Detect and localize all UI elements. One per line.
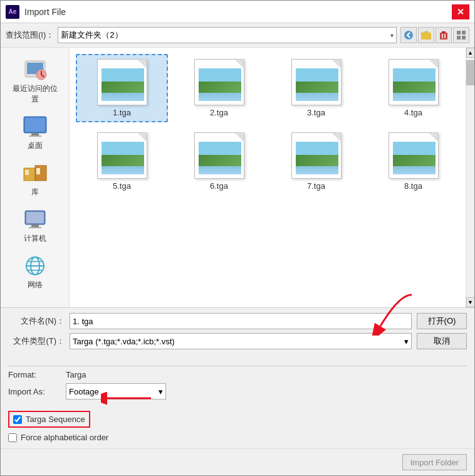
svg-rect-15 xyxy=(29,135,41,137)
filename-label: 文件名(N)： xyxy=(8,315,65,327)
file-label-8: 8.tga xyxy=(404,181,422,191)
dialog-title: Import File xyxy=(24,7,66,17)
file-grid: 1.tga 2.tga xyxy=(70,48,466,202)
desktop-icon xyxy=(21,115,49,139)
checkbox-section: Targa Sequence Force alphabetical order xyxy=(1,407,474,448)
network-icon xyxy=(21,254,49,278)
filetype-combo[interactable]: Targa (*.tga;*.vda;*.icb;*.vst) ▾ xyxy=(70,333,412,349)
file-icon-6 xyxy=(194,132,244,179)
sidebar-item-recent[interactable]: 最近访问的位置 xyxy=(7,54,63,108)
toolbar-label: 查找范围(I)： xyxy=(6,29,54,41)
scroll-track[interactable] xyxy=(466,58,474,297)
svg-rect-21 xyxy=(26,212,44,223)
vertical-scrollbar[interactable]: ▲ ▼ xyxy=(466,48,474,307)
file-icon-7 xyxy=(291,132,342,179)
force-alpha-row: Force alphabetical order xyxy=(8,433,467,442)
scroll-up-btn[interactable]: ▲ xyxy=(466,48,475,58)
sidebar-item-network[interactable]: 网络 xyxy=(7,250,63,294)
sidebar-item-computer[interactable]: 计算机 xyxy=(7,204,63,248)
scroll-thumb[interactable] xyxy=(466,60,474,85)
format-section: Format: Targa Import As: Footage ▾ xyxy=(1,358,474,407)
sidebar-item-network-label: 网络 xyxy=(28,280,43,290)
sidebar-item-library[interactable]: 库 xyxy=(7,157,63,201)
sidebar-item-computer-label: 计算机 xyxy=(24,233,46,244)
file-item-5[interactable]: 5.tga xyxy=(76,127,168,196)
import-as-arrow: ▾ xyxy=(159,387,163,396)
view-icon[interactable] xyxy=(453,27,469,43)
format-row: Format: Targa xyxy=(8,370,467,379)
svg-rect-1 xyxy=(421,33,431,40)
force-alpha-checkbox[interactable] xyxy=(8,433,17,442)
svg-rect-2 xyxy=(440,33,447,40)
file-label-4: 4.tga xyxy=(404,108,422,117)
open-button[interactable]: 打开(O) xyxy=(417,313,467,329)
file-grid-container[interactable]: 1.tga 2.tga xyxy=(70,48,466,307)
filetype-value: Targa (*.tga;*.vda;*.icb;*.vst) xyxy=(73,337,175,346)
ae-app-icon: Ae xyxy=(6,5,19,19)
svg-rect-18 xyxy=(25,170,29,175)
folder-name: 新建文件夹（2） xyxy=(61,29,122,41)
file-item-7[interactable]: 7.tga xyxy=(270,127,362,196)
svg-rect-19 xyxy=(36,168,40,174)
file-label-3: 3.tga xyxy=(307,108,325,117)
back-icon[interactable] xyxy=(400,27,417,43)
import-file-dialog: Ae Import File ✕ 查找范围(I)： 新建文件夹（2） ▾ xyxy=(0,0,475,476)
targa-sequence-row: Targa Sequence xyxy=(8,411,90,428)
import-folder-button[interactable]: Import Folder xyxy=(402,454,467,470)
scroll-down-btn[interactable]: ▼ xyxy=(466,297,475,307)
import-as-row: Import As: Footage ▾ xyxy=(8,383,467,399)
svg-rect-8 xyxy=(462,36,466,40)
file-icon-8 xyxy=(389,132,439,179)
cancel-button[interactable]: 取消 xyxy=(417,333,467,349)
file-label-2: 2.tga xyxy=(210,108,228,117)
file-label-6: 6.tga xyxy=(210,181,228,191)
targa-sequence-label: Targa Sequence xyxy=(26,415,85,424)
svg-rect-7 xyxy=(457,36,461,40)
library-icon xyxy=(21,161,49,185)
combo-arrow: ▾ xyxy=(390,32,394,39)
filename-row: 文件名(N)： 打开(O) xyxy=(8,313,467,329)
file-icon-2 xyxy=(194,59,244,105)
folder-icon[interactable] xyxy=(418,27,434,43)
toolbar-row: 查找范围(I)： 新建文件夹（2） ▾ xyxy=(1,23,474,48)
import-as-label: Import As: xyxy=(8,387,58,396)
file-label-7: 7.tga xyxy=(307,181,325,191)
force-alpha-label: Force alphabetical order xyxy=(21,433,108,442)
bottom-form: 文件名(N)： 打开(O) 文件类型(T)： Targa (*.tga;*.vd… xyxy=(1,307,474,358)
computer-icon xyxy=(21,208,49,231)
svg-rect-5 xyxy=(457,31,461,34)
delete-icon[interactable] xyxy=(436,27,452,43)
svg-rect-13 xyxy=(25,118,45,132)
folder-combo[interactable]: 新建文件夹（2） ▾ xyxy=(58,27,397,43)
file-item-4[interactable]: 4.tga xyxy=(367,54,459,122)
import-as-combo[interactable]: Footage ▾ xyxy=(66,383,166,399)
filetype-label: 文件类型(T)： xyxy=(8,336,65,347)
import-as-value: Footage xyxy=(69,387,99,396)
targa-sequence-row-wrapper: Targa Sequence xyxy=(8,411,467,430)
svg-rect-6 xyxy=(462,31,466,34)
file-label-5: 5.tga xyxy=(113,181,131,191)
sidebar-item-desktop[interactable]: 桌面 xyxy=(7,111,63,155)
file-icon-4 xyxy=(389,59,439,105)
sidebar: 最近访问的位置 桌面 xyxy=(1,48,70,307)
bottom-buttons: Import Folder xyxy=(1,448,474,475)
format-value: Targa xyxy=(66,370,86,379)
file-item-8[interactable]: 8.tga xyxy=(367,127,459,196)
file-label-1: 1.tga xyxy=(113,108,131,117)
svg-rect-14 xyxy=(31,133,39,135)
file-icon-3 xyxy=(291,59,342,105)
close-button[interactable]: ✕ xyxy=(452,4,469,19)
filetype-row: 文件类型(T)： Targa (*.tga;*.vda;*.icb;*.vst)… xyxy=(8,333,467,349)
file-item-1[interactable]: 1.tga xyxy=(76,54,168,122)
main-area: 最近访问的位置 桌面 xyxy=(1,48,474,307)
file-item-2[interactable]: 2.tga xyxy=(173,54,265,122)
targa-sequence-checkbox[interactable] xyxy=(13,415,22,424)
toolbar-icons xyxy=(400,27,469,43)
svg-point-0 xyxy=(404,31,413,40)
filename-input[interactable] xyxy=(70,313,412,329)
file-icon-1 xyxy=(97,59,147,105)
file-item-6[interactable]: 6.tga xyxy=(173,127,265,196)
filetype-arrow: ▾ xyxy=(404,337,409,346)
file-item-3[interactable]: 3.tga xyxy=(270,54,362,122)
recent-icon xyxy=(21,58,49,82)
